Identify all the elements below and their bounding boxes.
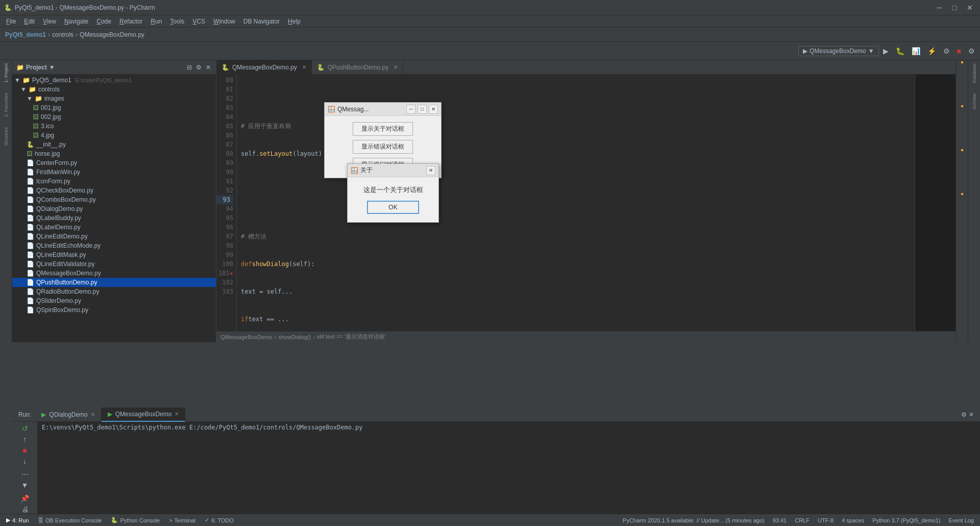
about-ok-button[interactable]: OK: [367, 201, 419, 214]
tab-run[interactable]: ▶ 4: Run: [2, 516, 33, 524]
tab-structure[interactable]: Structure: [2, 124, 11, 149]
menu-help[interactable]: Help: [284, 17, 305, 26]
list-item[interactable]: 📄 QMessageBoxDemo.py: [12, 269, 216, 278]
about-close[interactable]: ✕: [426, 166, 435, 175]
run-config-selector[interactable]: ▶ QMessageBoxDemo ▼: [798, 46, 879, 56]
list-item[interactable]: 📄 QCheckBoxDemo.py: [12, 186, 216, 195]
about-dialog[interactable]: 🪟 关于 ✕ 这是一个关于对话框 OK: [347, 163, 439, 223]
tab-database[interactable]: Database: [970, 60, 979, 86]
filter-button[interactable]: ▼: [19, 481, 31, 490]
tab-project[interactable]: 1: Project: [2, 60, 11, 86]
list-item[interactable]: 📄 QRadioButtonDemo.py: [12, 287, 216, 296]
list-item[interactable]: 🖼 horse.jpg: [12, 149, 216, 158]
concurrency-button[interactable]: ⚙: [940, 45, 953, 57]
list-item[interactable]: 📄 QLabelDemo.py: [12, 223, 216, 232]
status-line-ending[interactable]: CRLF: [795, 517, 810, 523]
list-item[interactable]: 🖼 001.jpg: [12, 103, 216, 112]
tab-db-console[interactable]: 🗄 DB Execution Console: [34, 516, 106, 524]
run-with-coverage-button[interactable]: 📊: [909, 45, 923, 57]
breadcrumb-folder[interactable]: controls: [52, 31, 74, 38]
list-item[interactable]: 📄 QComboBoxDemo.py: [12, 195, 216, 204]
tab-close-qdialog[interactable]: ✕: [91, 412, 95, 417]
list-item[interactable]: 📄 QSliderDemo.py: [12, 296, 216, 305]
tab-sciview[interactable]: SciView: [970, 90, 979, 113]
minimize-button[interactable]: ─: [934, 3, 945, 13]
settings-run[interactable]: 📌: [19, 494, 31, 503]
tab-todo[interactable]: ✓ 6: TODO: [201, 516, 238, 524]
status-position[interactable]: 93:41: [773, 517, 787, 523]
status-encoding[interactable]: UTF-8: [818, 517, 834, 523]
menu-edit[interactable]: Edit: [20, 17, 39, 26]
close-bottom-icon[interactable]: ✕: [969, 411, 974, 418]
tab-terminal[interactable]: > Terminal: [165, 516, 200, 524]
menu-tools[interactable]: Tools: [166, 17, 188, 26]
list-item[interactable]: 🐍 __init__.py: [12, 140, 216, 149]
qmsgbox-maximize[interactable]: □: [418, 105, 427, 114]
list-item[interactable]: 📄 QLineEditEchoMode.py: [12, 241, 216, 250]
menu-refactor[interactable]: Refactor: [115, 17, 146, 26]
menu-file[interactable]: File: [2, 17, 20, 26]
tab-qmessageboxdemo-run[interactable]: ▶ QMessageBoxDemo ✕: [102, 408, 186, 422]
status-indent[interactable]: 4 spaces: [842, 517, 864, 523]
debug-button[interactable]: 🐛: [893, 45, 908, 57]
list-item[interactable]: 📄 QSpinBoxDemo.py: [12, 305, 216, 315]
list-item[interactable]: 📄 QLineEditValidator.py: [12, 259, 216, 269]
tab-python-console[interactable]: 🐍 Python Console: [107, 516, 164, 524]
list-item[interactable]: 📄 QLineEditDemo.py: [12, 232, 216, 241]
breadcrumb-file[interactable]: QMessageBoxDemo.py: [80, 31, 144, 38]
settings-icon[interactable]: ⚙: [961, 411, 967, 418]
menu-view[interactable]: View: [39, 17, 60, 26]
project-settings[interactable]: ⚙: [195, 63, 203, 72]
btn-show-about[interactable]: 显示关于对话框: [353, 122, 413, 136]
list-item[interactable]: 📄 QPushButtonDemo.py: [12, 278, 216, 287]
tab-favorites[interactable]: 2: Favorites: [2, 90, 11, 120]
menu-db-navigator[interactable]: DB Navigator: [239, 17, 284, 26]
menu-vcs[interactable]: VCS: [188, 17, 209, 26]
tab-close-qmessage[interactable]: ✕: [175, 411, 179, 417]
qmsgbox-minimize[interactable]: ─: [406, 105, 415, 114]
menu-run[interactable]: Run: [146, 17, 166, 26]
bc-method[interactable]: showDialog(): [278, 334, 311, 340]
close-button[interactable]: ✕: [964, 3, 976, 13]
bc-file[interactable]: QMessageBoxDemo: [220, 334, 273, 340]
settings-button[interactable]: ⚙: [965, 45, 978, 57]
btn-show-error[interactable]: 显示错误对话框: [353, 140, 413, 154]
tab-close-2[interactable]: ✕: [394, 64, 398, 70]
list-item[interactable]: 📄 FirstMainWin.py: [12, 168, 216, 177]
tab-qpushbuttondemo[interactable]: 🐍 QPushButtonDemo.py ✕: [312, 60, 403, 74]
list-item[interactable]: 📄 CenterForm.py: [12, 158, 216, 168]
menu-code[interactable]: Code: [92, 17, 115, 26]
toggle-wrap[interactable]: ⋯: [19, 470, 31, 479]
tab-qdialogdemo[interactable]: ▶ QDialogDemo ✕: [35, 408, 101, 422]
tab-qmessageboxdemo[interactable]: 🐍 QMessageBoxDemo.py ✕: [216, 60, 312, 74]
list-item[interactable]: 📄 IconForm.py: [12, 177, 216, 186]
menu-navigate[interactable]: Navigate: [60, 17, 92, 26]
down-button[interactable]: ↓: [19, 457, 31, 466]
list-item[interactable]: 🖼 002.jpg: [12, 112, 216, 122]
maximize-button[interactable]: □: [949, 3, 960, 13]
breadcrumb-project[interactable]: PyQt5_demo1: [5, 31, 46, 38]
list-item[interactable]: 📄 QDialogDemo.py: [12, 204, 216, 213]
menu-window[interactable]: Window: [209, 17, 239, 26]
print-button[interactable]: 🖨: [19, 505, 31, 514]
stop-button[interactable]: ■: [954, 45, 964, 57]
tree-images-folder[interactable]: ▼ 📁 images: [12, 94, 216, 103]
status-event-log[interactable]: Event Log: [948, 517, 974, 523]
project-close[interactable]: ✕: [205, 63, 212, 72]
list-item[interactable]: 🖼 3.ico: [12, 122, 216, 131]
profile-button[interactable]: ⚡: [924, 45, 939, 57]
bc-condition[interactable]: elif text == '显示消息对话框': [317, 333, 386, 341]
list-item[interactable]: 🖼 4.jpg: [12, 131, 216, 140]
project-collapse-all[interactable]: ⊟: [186, 63, 193, 72]
list-item[interactable]: 📄 QLineEditMask.py: [12, 250, 216, 259]
tree-root[interactable]: ▼ 📁 PyQt5_demo1 E:\code\PyQt5_demo1: [12, 76, 216, 85]
stop-run-button[interactable]: ■: [19, 446, 31, 455]
restart-button[interactable]: ↺: [19, 424, 31, 433]
run-button[interactable]: ▶: [880, 45, 892, 57]
tab-close[interactable]: ✕: [302, 64, 306, 70]
tree-controls-folder[interactable]: ▼ 📁 controls: [12, 85, 216, 94]
status-python[interactable]: Python 3.7 (PyQt5_demo1): [872, 517, 940, 523]
up-button[interactable]: ↑: [19, 435, 31, 444]
qmsgbox-close[interactable]: ✕: [429, 105, 438, 114]
list-item[interactable]: 📄 QLabelBuddy.py: [12, 213, 216, 223]
